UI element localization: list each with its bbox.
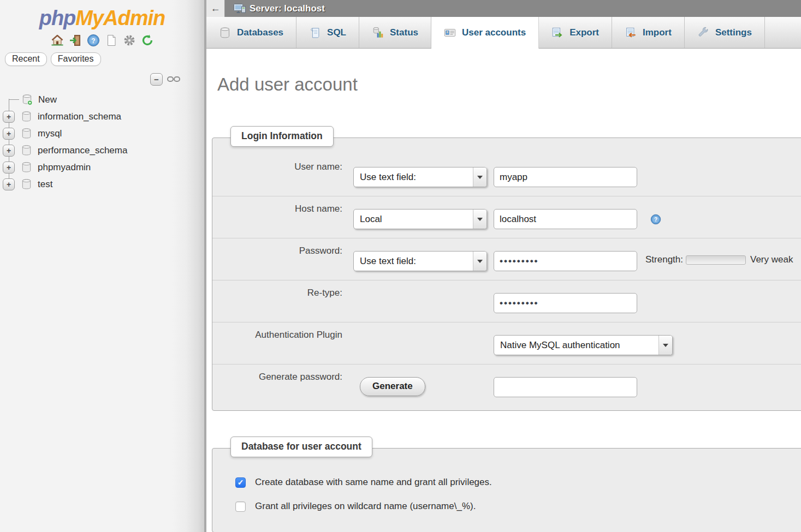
sidebar-toolbar: ? bbox=[0, 33, 204, 47]
hostname-label: Host name: bbox=[212, 202, 342, 214]
tab-bar: Databases SQL Status User accounts Expor… bbox=[206, 17, 801, 49]
generate-password-row: Generate password: Generate bbox=[212, 364, 801, 406]
password-label: Password: bbox=[212, 244, 342, 256]
database-icon bbox=[21, 128, 32, 139]
databases-icon bbox=[219, 27, 231, 39]
username-type-select[interactable]: Use text field: bbox=[353, 167, 487, 187]
hostname-input[interactable] bbox=[494, 209, 637, 229]
create-db-row: ✓ Create database with same name and gra… bbox=[235, 477, 801, 488]
collapse-all-button[interactable]: − bbox=[150, 73, 163, 86]
help-icon[interactable]: ? bbox=[650, 214, 661, 225]
tree-item-new[interactable]: New bbox=[0, 91, 204, 108]
strength-meter bbox=[686, 255, 746, 265]
grant-wildcard-row: ✓ Grant all privileges on wildcard name … bbox=[235, 501, 801, 512]
database-icon bbox=[21, 162, 32, 173]
grant-wildcard-label: Grant all privileges on wildcard name (u… bbox=[255, 501, 476, 512]
home-icon[interactable] bbox=[51, 34, 64, 47]
tab-status[interactable]: Status bbox=[359, 17, 431, 48]
tab-databases[interactable]: Databases bbox=[206, 17, 296, 48]
strength-text: Very weak bbox=[750, 254, 793, 265]
chevron-down-icon bbox=[473, 252, 486, 271]
tree-item-database: + mysql bbox=[0, 125, 204, 142]
auth-plugin-select[interactable]: Native MySQL authentication bbox=[494, 335, 673, 355]
grant-wildcard-checkbox[interactable]: ✓ bbox=[235, 501, 246, 512]
password-type-select[interactable]: Use text field: bbox=[353, 251, 487, 271]
server-title[interactable]: Server: localhost bbox=[250, 3, 325, 14]
expand-plus-button[interactable]: + bbox=[3, 178, 15, 190]
import-icon bbox=[625, 27, 637, 39]
navigation-sidebar: phpMyAdmin ? Recent Favorites − bbox=[0, 0, 206, 532]
chevron-down-icon bbox=[473, 210, 486, 229]
expand-plus-button[interactable]: + bbox=[3, 111, 15, 123]
expand-plus-button[interactable]: + bbox=[3, 128, 15, 140]
generate-button[interactable]: Generate bbox=[360, 377, 425, 396]
generate-password-label: Generate password: bbox=[212, 370, 342, 382]
server-icon bbox=[233, 3, 246, 15]
sidebar-quick-access: Recent Favorites bbox=[5, 52, 204, 66]
chevron-down-icon bbox=[473, 168, 486, 187]
auth-plugin-row: Authentication Plugin Native MySQL authe… bbox=[212, 322, 801, 364]
tree-item-database: + performance_schema bbox=[0, 142, 204, 159]
retype-password-input[interactable] bbox=[494, 293, 637, 313]
recent-button[interactable]: Recent bbox=[5, 52, 47, 66]
auth-plugin-label: Authentication Plugin bbox=[212, 328, 342, 340]
tree-item-label[interactable]: performance_schema bbox=[38, 145, 127, 156]
tree-item-label[interactable]: mysql bbox=[38, 128, 62, 139]
export-icon bbox=[551, 27, 563, 39]
page-title: Add user account bbox=[217, 73, 801, 97]
create-db-checkbox[interactable]: ✓ bbox=[235, 477, 246, 488]
username-row: User name: Use text field: bbox=[212, 154, 801, 196]
page-content: Add user account Login Information User … bbox=[206, 49, 801, 532]
tree-item-label[interactable]: information_schema bbox=[38, 111, 121, 122]
hostname-type-select[interactable]: Local bbox=[353, 209, 487, 229]
database-icon bbox=[21, 145, 32, 156]
create-db-label: Create database with same name and grant… bbox=[255, 477, 492, 488]
main-area: ← Server: localhost Databases SQL Status bbox=[206, 0, 801, 532]
help-icon[interactable]: ? bbox=[87, 34, 100, 47]
svg-text:?: ? bbox=[654, 217, 657, 223]
retype-row: Re-type: bbox=[212, 280, 801, 322]
tree-item-label[interactable]: test bbox=[38, 179, 52, 190]
tree-branch-line bbox=[9, 99, 19, 100]
phpmyadmin-logo: phpMyAdmin bbox=[0, 0, 204, 30]
gear-icon[interactable] bbox=[123, 34, 136, 47]
unlink-icon[interactable] bbox=[167, 75, 180, 83]
docs-icon[interactable] bbox=[105, 34, 118, 47]
hostname-row: Host name: Local ? bbox=[212, 196, 801, 238]
tree-item-label[interactable]: New bbox=[38, 94, 57, 105]
svg-text:?: ? bbox=[91, 37, 95, 45]
database-for-user-fieldset: Database for user account ✓ Create datab… bbox=[212, 448, 801, 532]
back-button[interactable]: ← bbox=[206, 0, 225, 17]
expand-plus-button[interactable]: + bbox=[3, 145, 15, 157]
logout-icon[interactable] bbox=[69, 34, 82, 47]
retype-label: Re-type: bbox=[212, 286, 342, 298]
tab-sql[interactable]: SQL bbox=[296, 17, 359, 48]
password-strength: Strength: Very weak bbox=[645, 254, 793, 265]
refresh-icon[interactable] bbox=[141, 34, 154, 47]
tree-item-database: + test bbox=[0, 176, 204, 193]
database-icon bbox=[21, 111, 32, 122]
database-icon bbox=[21, 178, 32, 190]
login-information-fieldset: Login Information User name: Use text fi… bbox=[212, 138, 801, 411]
new-database-icon bbox=[21, 94, 33, 105]
tab-export[interactable]: Export bbox=[539, 17, 612, 48]
password-input[interactable] bbox=[494, 251, 637, 271]
generated-password-input[interactable] bbox=[494, 377, 637, 397]
username-label: User name: bbox=[212, 160, 342, 172]
login-information-legend: Login Information bbox=[230, 126, 334, 147]
database-for-user-legend: Database for user account bbox=[230, 437, 372, 457]
tab-user-accounts[interactable]: User accounts bbox=[431, 17, 539, 49]
strength-label: Strength: bbox=[645, 254, 683, 265]
database-tree: New + information_schema + mysql + perfo… bbox=[0, 91, 204, 193]
tree-item-database: + phpmyadmin bbox=[0, 159, 204, 176]
favorites-button[interactable]: Favorites bbox=[51, 52, 101, 66]
tab-settings[interactable]: Settings bbox=[685, 17, 765, 48]
expand-plus-button[interactable]: + bbox=[3, 162, 15, 174]
user-accounts-icon bbox=[444, 27, 456, 39]
logo-php: php bbox=[39, 7, 76, 29]
tree-item-label[interactable]: phpmyadmin bbox=[38, 162, 91, 173]
username-input[interactable] bbox=[494, 167, 637, 187]
tab-import[interactable]: Import bbox=[612, 17, 685, 48]
status-icon bbox=[372, 27, 384, 39]
tree-controls: − bbox=[0, 73, 180, 86]
